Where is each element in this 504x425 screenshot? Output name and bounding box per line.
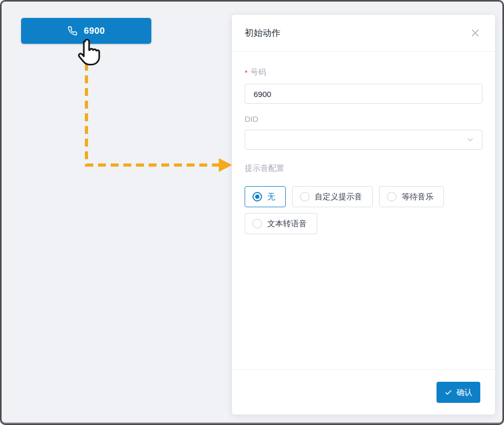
confirm-button[interactable]: 确认 — [437, 382, 480, 403]
radio-unselected-icon — [300, 192, 309, 201]
flow-node-6900[interactable]: 6900 — [21, 18, 151, 44]
radio-option-none[interactable]: 无 — [245, 186, 286, 207]
radio-option-custom-prompt[interactable]: 自定义提示音 — [292, 186, 373, 207]
did-label: DID — [245, 114, 482, 123]
number-label-text: 号码 — [250, 67, 266, 78]
radio-option-label: 等待音乐 — [402, 192, 433, 202]
confirm-button-label: 确认 — [457, 388, 472, 398]
close-button[interactable] — [468, 26, 482, 40]
app-window: 6900 初始动作 * 号码 DID — [0, 0, 504, 425]
radio-unselected-icon — [253, 219, 262, 228]
did-select[interactable] — [245, 130, 482, 150]
radio-option-label: 无 — [267, 192, 275, 202]
radio-option-text-to-speech[interactable]: 文本转语音 — [245, 213, 317, 234]
radio-option-label: 文本转语音 — [267, 219, 307, 229]
number-input[interactable] — [245, 84, 482, 104]
prompt-tone-group: 提示音配置 无 自定义提示音 等待音乐 — [245, 163, 482, 234]
flow-node-label: 6900 — [84, 26, 105, 36]
radio-unselected-icon — [387, 192, 396, 201]
chevron-down-icon — [466, 136, 474, 144]
did-field-group: DID — [245, 114, 482, 150]
radio-selected-icon — [253, 192, 262, 201]
radio-option-waiting-music[interactable]: 等待音乐 — [379, 186, 444, 207]
panel-body: * 号码 DID 提示音配置 无 — [232, 52, 495, 369]
panel-title: 初始动作 — [245, 27, 280, 39]
required-asterisk: * — [245, 68, 248, 77]
check-icon — [444, 389, 452, 397]
radio-option-label: 自定义提示音 — [315, 192, 362, 202]
panel-header: 初始动作 — [232, 15, 495, 52]
initial-action-panel: 初始动作 * 号码 DID — [232, 15, 495, 414]
prompt-tone-options: 无 自定义提示音 等待音乐 文本转语音 — [245, 186, 482, 234]
prompt-tone-label: 提示音配置 — [245, 163, 482, 173]
number-field-group: * 号码 — [245, 67, 482, 104]
panel-footer: 确认 — [232, 369, 495, 414]
close-icon — [470, 28, 480, 38]
phone-icon — [67, 26, 77, 36]
number-label: * 号码 — [245, 67, 482, 78]
